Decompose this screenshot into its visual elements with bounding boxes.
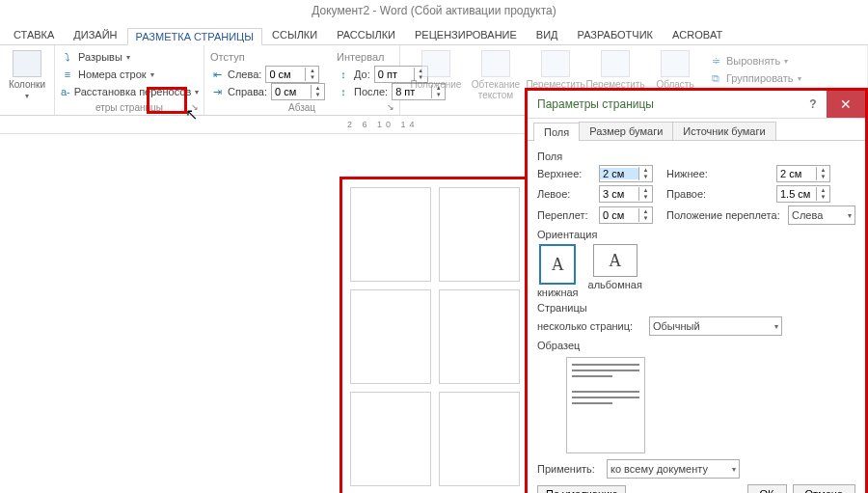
gutter-input[interactable]: ▲▼ (599, 206, 653, 224)
tab-design[interactable]: ДИЗАЙН (64, 25, 126, 44)
tab-insert[interactable]: СТАВКА (4, 25, 64, 44)
page-setup-dialog: Параметры страницы ? ✕ Поля Размер бумаг… (525, 88, 868, 493)
indent-title: Отступ (210, 48, 325, 66)
margin-left-input[interactable]: ▲▼ (599, 185, 653, 203)
orientation-landscape[interactable]: Aальбомная (588, 244, 642, 298)
apply-to-label: Применить: (537, 463, 601, 475)
preview-page (350, 392, 431, 486)
dialog-close-button[interactable]: ✕ (827, 91, 865, 118)
indent-right-icon: ⇥ (210, 85, 224, 98)
columns-label: Колонки (9, 79, 45, 90)
tab-references[interactable]: ССЫЛКИ (262, 25, 327, 44)
tab-mailings[interactable]: РАССЫЛКИ (327, 25, 405, 44)
wrap-icon (481, 50, 510, 77)
breaks-button[interactable]: ⤵Разрывы▾ (61, 48, 198, 66)
indent-left-icon: ⇤ (210, 68, 224, 81)
tab-review[interactable]: РЕЦЕНЗИРОВАНИЕ (405, 25, 527, 44)
preview-page (439, 289, 520, 384)
orientation-section-label: Ориентация (537, 229, 855, 240)
align-icon: ≑ (709, 54, 722, 68)
align-button[interactable]: ≑Выровнять▾ (709, 52, 801, 69)
group-paragraph: Отступ ⇤Слева: ▲▼ ⇥Справа: ▲▼ Интервал ↕… (204, 45, 400, 115)
dialog-tab-margins[interactable]: Поля (533, 123, 580, 141)
indent-left-input[interactable]: ▲▼ (265, 66, 319, 83)
selection-icon (661, 50, 690, 77)
document-canvas: ↖ Параметры страницы ? ✕ Поля Размер бум… (0, 134, 868, 493)
forward-icon (541, 50, 570, 77)
backward-icon (601, 50, 630, 77)
dialog-tabs: Поля Размер бумаги Источник бумаги (528, 119, 865, 141)
tab-view[interactable]: ВИД (527, 25, 568, 44)
indent-right-input[interactable]: ▲▼ (271, 83, 325, 100)
window-title: Документ2 - Word (Сбой активации продукт… (0, 0, 868, 21)
columns-icon (13, 50, 41, 77)
margin-top-input[interactable]: ▲▼ (599, 165, 653, 182)
portrait-icon: A (539, 244, 576, 285)
paragraph-launcher[interactable]: ↘ (385, 101, 396, 113)
breaks-icon: ⤵ (61, 50, 74, 64)
landscape-icon: A (593, 244, 637, 277)
launcher-highlight-box (147, 87, 187, 114)
preview-page (350, 289, 431, 384)
gutter-pos-label: Положение переплета: (666, 209, 782, 221)
preview-page (350, 187, 431, 282)
chevron-down-icon: ▾ (150, 70, 154, 79)
dialog-tab-source[interactable]: Источник бумаги (672, 122, 775, 140)
left-label: Левое: (537, 188, 593, 200)
multi-page-preview (339, 177, 530, 493)
tab-acrobat[interactable]: ACROBAT (663, 25, 732, 44)
preview-page (439, 392, 520, 486)
spacing-after-icon: ↕ (337, 85, 350, 98)
group-objects-button[interactable]: ⧉Группировать▾ (709, 69, 801, 87)
multi-pages-label: несколько страниц: (537, 320, 643, 332)
columns-button[interactable]: Колонки ▾ (6, 48, 48, 102)
line-numbers-button[interactable]: ≡Номера строк▾ (61, 66, 198, 83)
right-label: Правое: (666, 188, 771, 200)
paragraph-group-label: Абзац (210, 102, 393, 113)
apply-to-select[interactable]: ко всему документу▾ (607, 459, 740, 479)
spacing-before-icon: ↕ (337, 68, 350, 81)
chevron-down-icon: ▾ (126, 53, 130, 62)
chevron-down-icon: ▾ (25, 92, 29, 100)
ribbon-tabs: СТАВКА ДИЗАЙН РАЗМЕТКА СТРАНИЦЫ ССЫЛКИ Р… (0, 21, 868, 45)
group-columns: Колонки ▾ (0, 45, 55, 115)
cancel-button[interactable]: Отмена (793, 484, 855, 493)
tab-page-layout[interactable]: РАЗМЕТКА СТРАНИЦЫ (127, 28, 262, 45)
dialog-title-text: Параметры страницы (537, 97, 654, 111)
pages-section-label: Страницы (537, 302, 855, 314)
multiple-pages-select[interactable]: Обычный▾ (649, 316, 782, 336)
preview-page (439, 187, 520, 282)
sample-preview (566, 357, 645, 453)
dialog-titlebar: Параметры страницы ? ✕ (528, 91, 865, 119)
sample-section-label: Образец (537, 340, 855, 351)
ok-button[interactable]: ОК (747, 484, 787, 493)
page-setup-launcher[interactable]: ↘ (189, 101, 201, 113)
margin-bottom-input[interactable]: ▲▼ (776, 165, 830, 182)
margins-section-label: Поля (537, 151, 855, 162)
wrap-text-button[interactable]: Обтекание текстом (466, 48, 526, 102)
position-icon (421, 50, 450, 77)
group-icon: ⧉ (709, 71, 722, 85)
top-label: Верхнее: (537, 168, 593, 179)
position-button[interactable]: Положение (406, 48, 466, 102)
orientation-portrait[interactable]: Aкнижная (537, 244, 579, 298)
chevron-down-icon: ▾ (195, 88, 199, 96)
gutter-label: Переплет: (537, 209, 593, 221)
line-numbers-icon: ≡ (61, 68, 74, 81)
gutter-position-select[interactable]: Слева▾ (788, 205, 855, 225)
default-button[interactable]: По умолчанию (537, 485, 626, 493)
dialog-tab-paper[interactable]: Размер бумаги (579, 122, 673, 140)
hyphenation-icon: a- (61, 85, 70, 98)
margin-right-input[interactable]: ▲▼ (776, 185, 830, 203)
bottom-label: Нижнее: (666, 168, 771, 179)
tab-developer[interactable]: РАЗРАБОТЧИК (568, 25, 663, 44)
dialog-help-button[interactable]: ? (800, 97, 827, 111)
